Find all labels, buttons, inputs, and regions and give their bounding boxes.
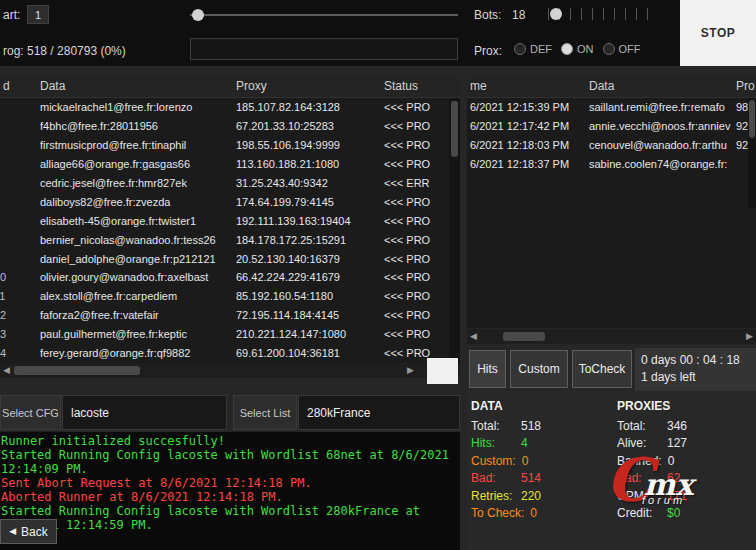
start-label: art:	[3, 8, 20, 22]
results-table-row[interactable]: 3 firstmusicprod@free.fr:tinaphil 198.55…	[0, 136, 460, 155]
row-id: 14	[0, 347, 38, 359]
row-proxy: 31.25.243.40:9342	[236, 177, 384, 189]
log-line: Started Running Config lacoste with Word…	[1, 448, 460, 476]
stat-value: 0	[522, 454, 529, 468]
hits-table-body: 6/2021 12:15:39 PM saillant.remi@free.fr…	[467, 98, 756, 174]
results-table-row[interactable]: 7 elisabeth-45@orange.fr:twister1 192.11…	[0, 211, 460, 230]
row-data: saillant.remi@free.fr:remafo	[589, 101, 736, 113]
results-table-row[interactable]: 2 f4bhc@free.fr:28011956 67.201.33.10:25…	[0, 117, 460, 136]
row-time: 6/2021 12:15:39 PM	[467, 101, 589, 113]
tab-custom[interactable]: Custom	[510, 350, 568, 388]
results-table-row[interactable]: 8 bernier_nicolas@wanadoo.fr:tess26 184.…	[0, 230, 460, 249]
row-proxy: 20.52.130.140:16379	[236, 253, 384, 265]
column-header-proxy[interactable]: Proxy	[236, 79, 384, 93]
scroll-left-icon[interactable]: ◀	[470, 330, 477, 343]
row-data: ferey.gerard@orange.fr:qf9882	[38, 347, 236, 359]
proxy-mode-def[interactable]: DEF	[514, 43, 552, 55]
row-data: faforza2@free.fr:vatefair	[38, 309, 236, 321]
scrollbar-thumb[interactable]	[14, 366, 140, 375]
stat-label: Retries:	[471, 489, 521, 503]
column-header-data[interactable]: Data	[589, 79, 736, 93]
log-console: Runner initialized succesfully! Started …	[0, 432, 460, 550]
tab-tocheck[interactable]: ToCheck	[572, 350, 632, 388]
wordlist-input[interactable]: 280kFrance	[298, 395, 460, 430]
results-horizontal-scrollbar[interactable]: ◀ ▶	[0, 363, 460, 378]
back-button[interactable]: ◀ Back	[0, 519, 57, 544]
proxy-mode-label: Prox:	[474, 44, 502, 58]
results-table: d Data Proxy Status 1 mickaelrachel1@fre…	[0, 75, 460, 363]
results-table-row[interactable]: 14 ferey.gerard@orange.fr:qf9882 69.61.2…	[0, 344, 460, 363]
row-data: f4bhc@free.fr:28011956	[38, 120, 236, 132]
hits-table-row[interactable]: 6/2021 12:18:37 PM sabine.coolen74@orang…	[467, 155, 756, 174]
cmx-forum-watermark: C mx forum	[606, 452, 693, 506]
stat-value: 0	[530, 506, 537, 520]
row-time: 6/2021 12:18:37 PM	[467, 158, 589, 170]
results-table-row[interactable]: 4 alliage66@orange.fr:gasgas66 113.160.1…	[0, 155, 460, 174]
results-table-row[interactable]: 6 daliboys82@free.fr:zvezda 174.64.199.7…	[0, 192, 460, 211]
column-header-id[interactable]: d	[0, 79, 38, 93]
scrollbar-thumb[interactable]	[749, 100, 755, 138]
scrollbar-thumb[interactable]	[451, 101, 458, 157]
top-bar: art: 1 Bots: 18 rog: 518 / 280793 (0%) P…	[0, 0, 756, 66]
scrollbar-thumb[interactable]	[503, 332, 545, 341]
row-time: 6/2021 12:18:03 PM	[467, 139, 589, 151]
row-data: firstmusicprod@free.fr:tinaphil	[38, 139, 236, 151]
hits-table-row[interactable]: 6/2021 12:18:03 PM cenouvel@wanadoo.fr:a…	[467, 136, 756, 155]
back-arrow-icon: ◀	[9, 527, 16, 536]
results-table-row[interactable]: 10 olivier.goury@wanadoo.fr:axelbast 66.…	[0, 268, 460, 287]
log-line: Runner initialized succesfully!	[1, 434, 460, 448]
proxy-mode-off[interactable]: OFF	[603, 43, 641, 55]
hits-vertical-scrollbar[interactable]	[748, 98, 756, 208]
stat-line: To Check: 0	[471, 505, 541, 523]
results-table-row[interactable]: 12 faforza2@free.fr:vatefair 72.195.114.…	[0, 306, 460, 325]
row-proxy: 174.64.199.79:4145	[236, 196, 384, 208]
hits-table-row[interactable]: 6/2021 12:17:42 PM annie.vecchi@noos.fr:…	[467, 117, 756, 136]
row-data: alliage66@orange.fr:gasgas66	[38, 158, 236, 170]
row-data: olivier.goury@wanadoo.fr:axelbast	[38, 271, 236, 283]
column-header-proxy[interactable]: Pro	[736, 79, 756, 93]
results-table-row[interactable]: 5 cedric.jesel@free.fr:hmr827ek 31.25.24…	[0, 174, 460, 193]
results-table-row[interactable]: 13 paul.guilhermet@free.fr:keptic 210.22…	[0, 325, 460, 344]
column-header-status[interactable]: Status	[384, 79, 460, 93]
stop-button[interactable]: STOP	[680, 0, 756, 66]
row-id: 7	[0, 215, 38, 227]
cfg-input[interactable]: lacoste	[62, 395, 227, 430]
radio-label: ON	[577, 43, 594, 55]
proxy-mode-on[interactable]: ON	[561, 43, 594, 55]
column-header-time[interactable]: me	[467, 79, 589, 93]
start-slider-track	[190, 14, 458, 16]
data-stats-title: DATA	[471, 399, 503, 413]
row-proxy: 185.107.82.164:3128	[236, 101, 384, 113]
results-table-row[interactable]: 11 alex.stoll@free.fr:carpediem 85.192.1…	[0, 287, 460, 306]
stat-value: 346	[667, 419, 687, 433]
start-slider	[190, 8, 458, 22]
select-cfg-button[interactable]: Select CFG	[0, 395, 61, 430]
results-table-row[interactable]: 1 mickaelrachel1@free.fr:lorenzo 185.107…	[0, 98, 460, 117]
row-data: paul.guilhermet@free.fr:keptic	[38, 328, 236, 340]
row-id: 8	[0, 234, 38, 246]
scroll-right-icon[interactable]: ▶	[746, 330, 753, 343]
row-id: 9	[0, 253, 38, 265]
results-table-row[interactable]: 9 daniel_adolphe@orange.fr:p212121 20.52…	[0, 249, 460, 268]
data-stats-list: Total: 518 Hits: 4 Custom: 0 Bad: 514 Re…	[471, 417, 541, 522]
hits-table-header: me Data Pro	[467, 75, 756, 98]
select-list-button[interactable]: Select List	[233, 395, 297, 430]
column-header-data[interactable]: Data	[38, 79, 236, 93]
tab-hits[interactable]: Hits	[469, 350, 506, 388]
stat-value: 518	[521, 419, 541, 433]
row-id: 1	[0, 101, 38, 113]
hits-table-row[interactable]: 6/2021 12:15:39 PM saillant.remi@free.fr…	[467, 98, 756, 117]
hits-horizontal-scrollbar[interactable]: ◀ ▶	[467, 329, 756, 344]
stat-label: Total:	[617, 419, 667, 433]
row-data: daliboys82@free.fr:zvezda	[38, 196, 236, 208]
bots-slider-thumb[interactable]	[550, 8, 562, 20]
start-value-box[interactable]: 1	[27, 5, 49, 24]
stat-label: Total:	[471, 419, 521, 433]
results-vertical-scrollbar[interactable]	[449, 98, 460, 363]
radio-icon	[561, 43, 573, 55]
row-proxy: 210.221.124.147:1080	[236, 328, 384, 340]
log-line: Started Running Config lacoste with Word…	[1, 504, 460, 532]
scroll-right-icon[interactable]: ▶	[407, 364, 414, 377]
scroll-left-icon[interactable]: ◀	[3, 364, 10, 377]
start-slider-thumb[interactable]	[192, 9, 204, 21]
